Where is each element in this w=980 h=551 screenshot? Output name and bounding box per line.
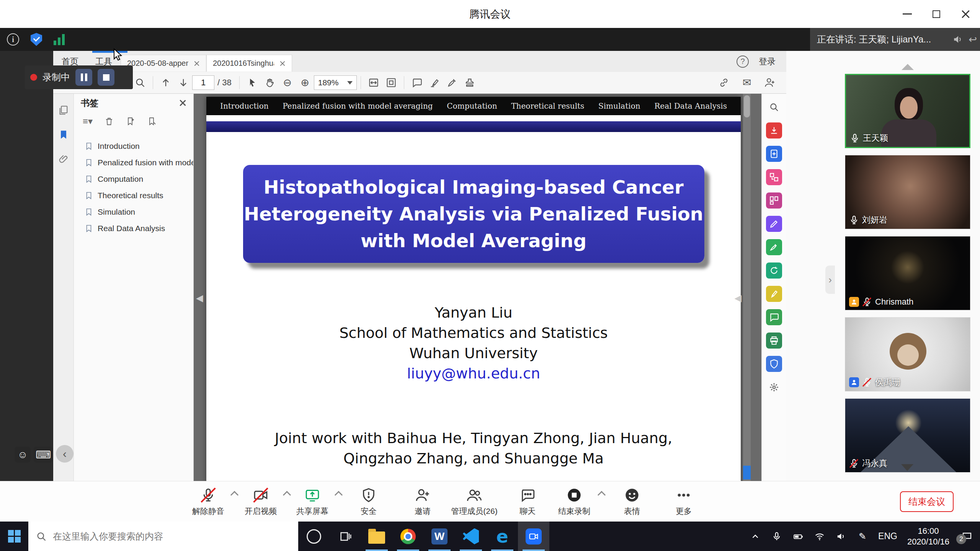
slide-nav-simulation[interactable]: Simulation bbox=[598, 101, 640, 111]
tool-create-pdf-icon[interactable] bbox=[766, 146, 782, 162]
audio-icon[interactable] bbox=[952, 34, 962, 44]
bookmarks-close-icon[interactable] bbox=[179, 99, 186, 107]
security-button[interactable]: 安全 bbox=[344, 484, 394, 520]
tray-mic-icon[interactable] bbox=[771, 531, 782, 542]
bookmark-add-icon[interactable] bbox=[124, 114, 137, 128]
previous-page-icon[interactable] bbox=[157, 74, 175, 91]
vertical-scrollbar[interactable] bbox=[743, 94, 751, 481]
bookmark-item-real-data-analysis[interactable]: Real Data Analysis bbox=[85, 223, 193, 234]
slide-nav-theoretical-results[interactable]: Theoretical results bbox=[511, 101, 584, 111]
close-button[interactable] bbox=[951, 0, 980, 28]
bookmark-item-introduction[interactable]: Introduction bbox=[85, 140, 193, 152]
tool-combine-icon[interactable] bbox=[766, 169, 782, 185]
tray-pen-icon[interactable]: ✎ bbox=[857, 531, 868, 542]
bookmark-item-theoretical-results[interactable]: Theoretical results bbox=[85, 190, 193, 201]
bookmark-menu-icon[interactable]: ≡▾ bbox=[81, 114, 95, 128]
action-center-button[interactable]: 2 bbox=[959, 529, 975, 544]
email-icon[interactable]: ✉ bbox=[738, 74, 756, 91]
task-view-button[interactable] bbox=[330, 522, 361, 551]
pdf-content-area[interactable]: Introduction Penalized fusion with model… bbox=[194, 94, 761, 481]
participant-tile[interactable]: 刘妍岩 bbox=[845, 155, 970, 229]
scrollbar-thumb[interactable] bbox=[744, 95, 750, 117]
comment-icon[interactable] bbox=[408, 74, 426, 91]
tool-convert-icon[interactable] bbox=[766, 262, 782, 279]
fit-page-icon[interactable] bbox=[382, 74, 400, 91]
slide-nav-penalized-fusion[interactable]: Penalized fusion with model averaging bbox=[283, 101, 433, 111]
maximize-button[interactable] bbox=[922, 0, 951, 28]
slide-nav-computation[interactable]: Computation bbox=[447, 101, 497, 111]
network-shield-icon[interactable] bbox=[31, 33, 42, 46]
bookmark-item-simulation[interactable]: Simulation bbox=[85, 206, 193, 218]
scroll-up-icon[interactable] bbox=[902, 64, 914, 70]
collapse-panel-handle[interactable]: › bbox=[825, 266, 835, 294]
start-video-button[interactable]: 开启视频 bbox=[236, 484, 286, 520]
zoom-level-select[interactable]: 189% bbox=[314, 75, 357, 90]
tab-close-icon[interactable] bbox=[194, 60, 200, 67]
meeting-info-icon[interactable]: i bbox=[7, 33, 19, 46]
invite-button[interactable]: 邀请 bbox=[398, 484, 448, 520]
bookmark-item-penalized-fusion[interactable]: Penalized fusion with mode bbox=[85, 157, 193, 168]
chrome-button[interactable] bbox=[392, 522, 424, 551]
participant-tile[interactable]: 王天颖 bbox=[845, 74, 970, 148]
collapse-quick-buttons[interactable]: ‹ bbox=[56, 445, 74, 463]
attachments-panel-icon[interactable] bbox=[57, 153, 70, 166]
tool-print-icon[interactable] bbox=[766, 333, 782, 349]
scroll-indicator[interactable] bbox=[743, 466, 751, 479]
select-cursor-icon[interactable] bbox=[243, 74, 261, 91]
quick-emoji-button[interactable]: ☺ bbox=[15, 447, 31, 463]
start-button[interactable] bbox=[0, 522, 28, 551]
tray-volume-icon[interactable] bbox=[835, 531, 847, 542]
tool-protect-icon[interactable] bbox=[766, 356, 782, 372]
login-button[interactable]: 登录 bbox=[759, 56, 776, 67]
end-meeting-button[interactable]: 结束会议 bbox=[900, 491, 954, 512]
tool-more-icon[interactable] bbox=[766, 379, 782, 395]
sign-pen-icon[interactable] bbox=[443, 74, 461, 91]
unmute-button[interactable]: 解除静音 bbox=[183, 484, 233, 520]
next-page-icon[interactable] bbox=[175, 74, 192, 91]
collapse-right-panel-icon[interactable]: ◀ bbox=[735, 293, 742, 303]
scroll-down-icon[interactable] bbox=[901, 464, 913, 471]
tab-close-icon[interactable] bbox=[279, 60, 286, 67]
bookmark-delete-icon[interactable] bbox=[102, 114, 116, 128]
tray-chevron-icon[interactable] bbox=[750, 531, 761, 542]
tray-wifi-icon[interactable] bbox=[814, 531, 825, 542]
document-tab-2[interactable]: 20201016Tsinghua.... bbox=[206, 55, 292, 72]
clock[interactable]: 16:00 2020/10/16 bbox=[907, 526, 949, 547]
edge-button[interactable]: e bbox=[487, 522, 518, 551]
taskbar-search-input[interactable] bbox=[53, 531, 291, 542]
collapse-left-panel-icon[interactable]: ◀ bbox=[196, 293, 203, 303]
highlighter-icon[interactable] bbox=[426, 74, 443, 91]
quick-keyboard-button[interactable]: ⌨ bbox=[34, 447, 53, 463]
page-number-input[interactable] bbox=[192, 75, 214, 90]
pause-recording-button[interactable] bbox=[75, 69, 92, 86]
document-tab-1[interactable]: 2020-05-08-appen... bbox=[121, 55, 206, 72]
link-icon[interactable] bbox=[715, 74, 733, 91]
language-indicator[interactable]: ENG bbox=[878, 531, 897, 541]
slide-nav-real-data-analysis[interactable]: Real Data Analysis bbox=[654, 101, 727, 111]
tool-search-icon[interactable] bbox=[766, 99, 782, 115]
taskbar-search[interactable] bbox=[28, 522, 298, 551]
more-button[interactable]: 更多 bbox=[659, 484, 709, 520]
share-screen-button[interactable]: 共享屏幕 bbox=[287, 484, 337, 520]
stop-recording-button[interactable] bbox=[98, 69, 114, 86]
stamp-icon[interactable] bbox=[461, 74, 479, 91]
slide-email-link[interactable]: liuyy@whu.edu.cn bbox=[206, 364, 741, 384]
stop-record-button[interactable]: 结束录制 bbox=[549, 484, 599, 520]
chat-button[interactable]: 聊天 bbox=[503, 484, 552, 520]
tool-comment-icon[interactable] bbox=[766, 309, 782, 325]
file-explorer-button[interactable] bbox=[361, 522, 392, 551]
pages-panel-icon[interactable] bbox=[57, 104, 70, 117]
bookmark-expand-icon[interactable] bbox=[145, 114, 159, 128]
participant-tile[interactable]: 冯永真 bbox=[845, 398, 970, 473]
reply-arrow-icon[interactable]: ↩ bbox=[969, 34, 977, 46]
participant-tile[interactable]: Chrismath bbox=[845, 236, 970, 310]
meeting-app-button[interactable] bbox=[518, 522, 549, 551]
bookmarks-panel-icon[interactable] bbox=[57, 128, 70, 141]
minimize-button[interactable] bbox=[893, 0, 922, 28]
manage-members-button[interactable]: 管理成员(26) bbox=[442, 484, 507, 520]
tool-export-pdf-icon[interactable] bbox=[766, 122, 782, 139]
tool-highlight-icon[interactable] bbox=[766, 286, 782, 302]
tray-battery-icon[interactable] bbox=[792, 531, 804, 542]
tool-organize-pages-icon[interactable] bbox=[766, 192, 782, 209]
person-add-icon[interactable] bbox=[761, 74, 779, 91]
